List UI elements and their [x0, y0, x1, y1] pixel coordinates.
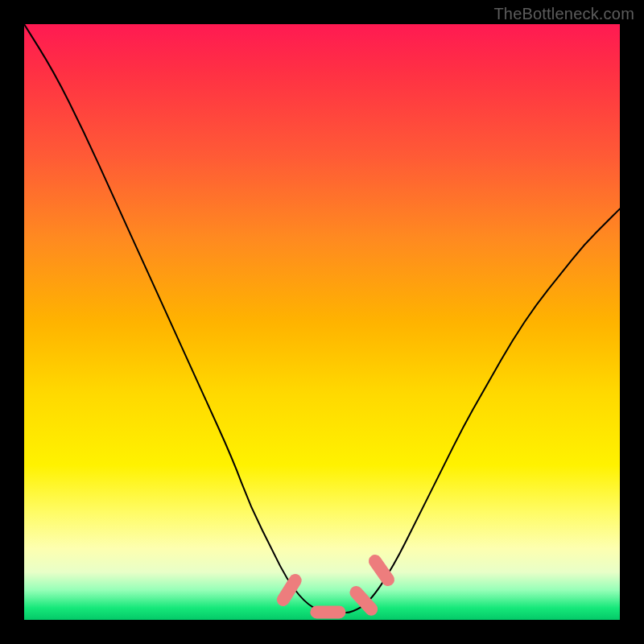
marker-group — [275, 552, 397, 618]
left-pill — [275, 572, 304, 609]
chart-frame: TheBottleneck.com — [0, 0, 644, 644]
plot-area — [24, 24, 620, 620]
bottleneck-curve-path — [24, 24, 620, 613]
right-pill — [347, 584, 380, 618]
curve-layer — [24, 24, 620, 620]
watermark-label: TheBottleneck.com — [493, 5, 634, 23]
flat-pill — [310, 605, 345, 618]
